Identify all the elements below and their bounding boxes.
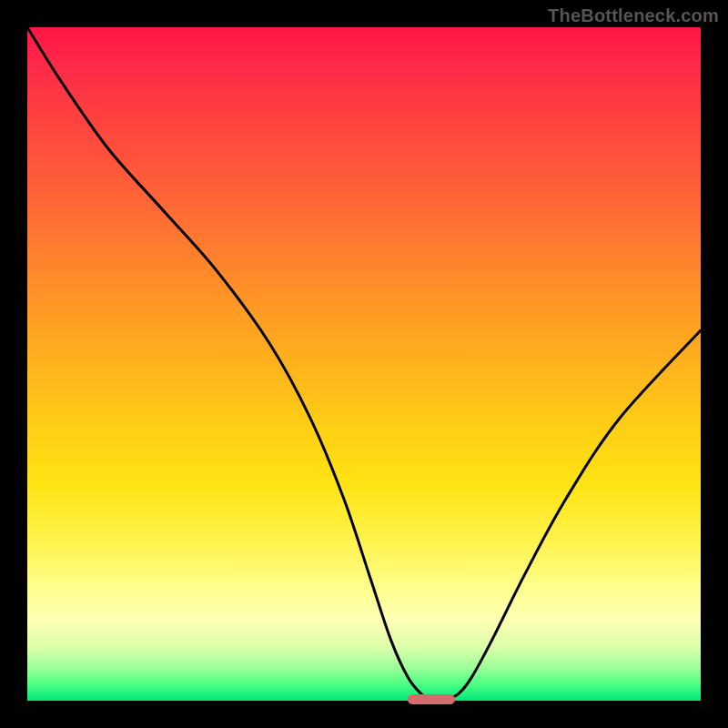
watermark-text: TheBottleneck.com [548,5,719,26]
bottleneck-curve [27,27,701,701]
optimal-range-marker [408,694,455,704]
chart-frame: TheBottleneck.com [0,0,728,728]
